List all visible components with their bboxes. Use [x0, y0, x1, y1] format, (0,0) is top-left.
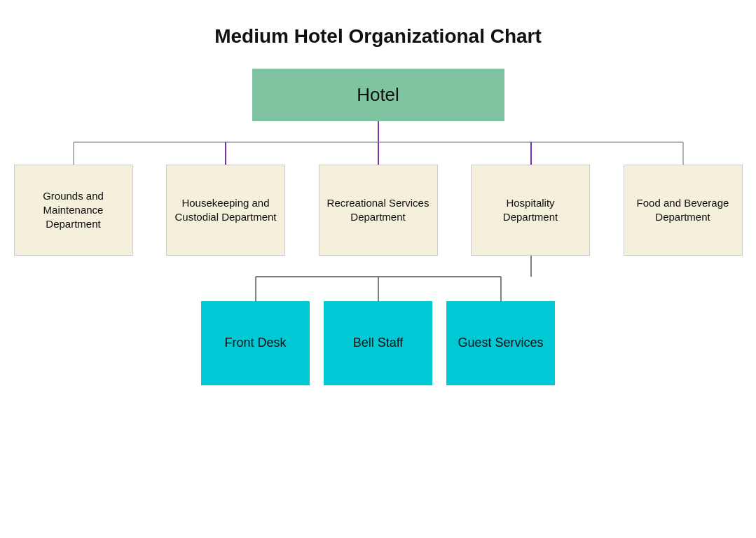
level3-wrapper: Front Desk Bell Staff Guest Services	[14, 301, 743, 385]
dept-grounds: Grounds and Maintenance Department	[14, 165, 133, 256]
hotel-node: Hotel	[252, 69, 504, 121]
sub-guest-services: Guest Services	[446, 301, 555, 385]
sub-bell-staff: Bell Staff	[324, 301, 432, 385]
dept-recreational: Recreational Services Department	[319, 165, 438, 256]
dept-housekeeping: Housekeeping and Custodial Department	[166, 165, 285, 256]
page-title: Medium Hotel Organizational Chart	[214, 25, 542, 48]
level2-row: Grounds and Maintenance Department House…	[14, 165, 743, 256]
connector-hotel-to-level2	[14, 121, 743, 165]
dept-food-beverage: Food and Beverage Department	[624, 165, 743, 256]
dept-hospitality: Hospitality Department	[471, 165, 590, 256]
level1-row: Hotel	[252, 69, 504, 121]
connector-hospitality-to-level3	[14, 256, 743, 301]
sub-front-desk: Front Desk	[201, 301, 310, 385]
level3-row: Front Desk Bell Staff Guest Services	[201, 301, 555, 385]
org-chart: Hotel Grounds and Maintenance Department…	[14, 69, 743, 385]
